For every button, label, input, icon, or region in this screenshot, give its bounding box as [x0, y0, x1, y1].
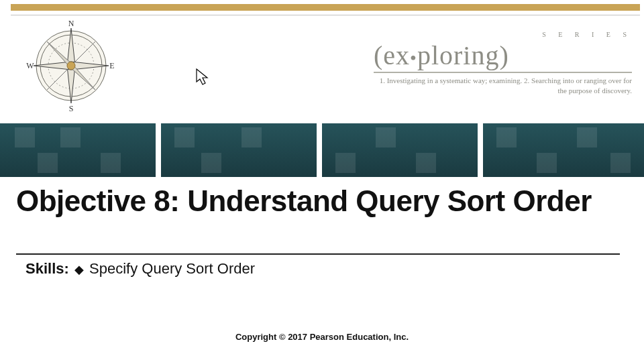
wordmark-prefix: (ex — [374, 40, 410, 70]
svg-marker-8 — [197, 69, 207, 84]
brand-rule — [374, 72, 632, 73]
compass-e-label: E — [109, 61, 114, 70]
compass-w-label: W — [26, 61, 34, 70]
skills-label: Skills: — [25, 260, 69, 277]
compass-s-label: S — [69, 104, 74, 113]
compass-icon: N S W E — [24, 19, 118, 113]
copyright: Copyright © 2017 Pearson Education, Inc. — [0, 332, 644, 342]
skills-item: Specify Query Sort Order — [89, 260, 255, 277]
cursor-icon — [196, 68, 209, 86]
brand-wordmark: (ex•ploring) — [374, 42, 632, 69]
series-label: S E R I E S — [374, 31, 632, 38]
wordmark-suffix: ploring) — [417, 40, 509, 70]
title-underline — [16, 253, 620, 255]
header: N S W E S E R I E S (ex•ploring) 1. Inve… — [12, 7, 639, 121]
skills-line: Skills: ◆ Specify Query Sort Order — [25, 260, 255, 278]
teal-band — [0, 123, 644, 177]
compass-n-label: N — [68, 19, 74, 28]
slide: N S W E S E R I E S (ex•ploring) 1. Inve… — [0, 0, 644, 362]
slide-title: Objective 8: Understand Query Sort Order — [16, 185, 628, 217]
wordmark-dot: • — [410, 48, 417, 68]
brand-definition: 1. Investigating in a systematic way; ex… — [374, 76, 632, 96]
bullet-icon: ◆ — [73, 263, 85, 276]
brand-block: S E R I E S (ex•ploring) 1. Investigatin… — [374, 31, 632, 111]
svg-point-7 — [67, 62, 75, 70]
